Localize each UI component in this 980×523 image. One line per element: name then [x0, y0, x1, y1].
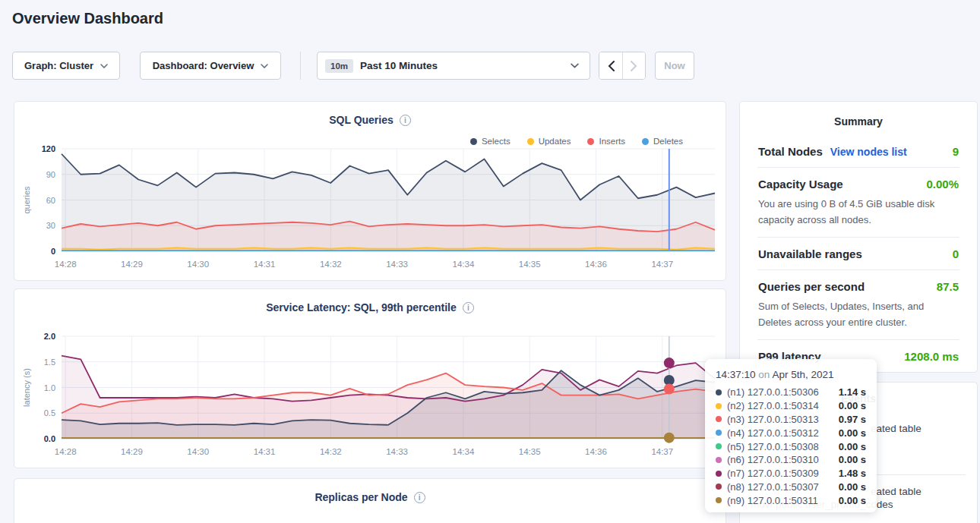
summary-panel: Summary Total Nodes View nodes list 9 Ca…	[739, 101, 978, 373]
time-range-label: Past 10 Minutes	[360, 60, 438, 71]
svg-text:14:33: 14:33	[386, 260, 408, 269]
svg-text:14:32: 14:32	[320, 447, 342, 456]
time-range-picker[interactable]: 10m Past 10 Minutes	[317, 52, 590, 80]
service-latency-card: Service Latency: SQL, 99th percentile i …	[14, 288, 726, 468]
capacity-usage-value: 0.00%	[926, 178, 959, 191]
tooltip-timestamp: 14:37:10 on Apr 5th, 2021	[716, 369, 866, 380]
tooltip-row: (n3) 127.0.0.1:503130.97 s	[716, 413, 866, 427]
p99-latency-value: 1208.0 ms	[904, 350, 959, 363]
svg-text:90: 90	[46, 170, 55, 179]
replicas-per-node-title: Replicas per Node	[315, 491, 407, 503]
tooltip-node-value: 1.14 s	[839, 386, 866, 398]
chevron-down-icon	[261, 64, 268, 68]
tooltip-rows: (n1) 127.0.0.1:503061.14 s(n2) 127.0.0.1…	[716, 386, 866, 507]
svg-text:30: 30	[46, 221, 55, 230]
tooltip-node-value: 1.48 s	[839, 468, 866, 479]
sql-queries-card: SQL Queries i SelectsUpdatesInsertsDelet…	[14, 101, 726, 281]
svg-text:14:33: 14:33	[386, 447, 408, 456]
svg-text:14:28: 14:28	[55, 447, 77, 456]
svg-text:120: 120	[42, 144, 55, 153]
unavailable-ranges-label: Unavailable ranges	[758, 247, 862, 260]
node-color-dot	[716, 443, 722, 449]
tooltip-node-label: (n2) 127.0.0.1:50314	[727, 400, 833, 411]
dashboard-dropdown[interactable]: Dashboard: Overview	[140, 52, 281, 80]
chart-title: Service Latency: SQL, 99th percentile i	[14, 301, 726, 313]
view-nodes-list-link[interactable]: View nodes list	[830, 146, 907, 158]
queries-per-second-label: Queries per second	[758, 280, 865, 293]
info-icon[interactable]: i	[400, 115, 411, 126]
svg-text:1.0: 1.0	[44, 383, 55, 392]
sql-queries-chart[interactable]: 030609012014:2814:2914:3014:3114:3214:33…	[21, 141, 721, 276]
svg-text:14:37: 14:37	[651, 447, 673, 456]
chart-title: Replicas per Node i	[14, 491, 726, 503]
svg-text:0.0: 0.0	[44, 434, 55, 443]
tooltip-row: (n8) 127.0.0.1:503070.00 s	[716, 480, 866, 494]
queries-per-second-value: 87.5	[937, 280, 959, 293]
tooltip-row: (n7) 127.0.0.1:503091.48 s	[716, 467, 866, 480]
svg-text:0.5: 0.5	[44, 408, 55, 417]
svg-text:14:32: 14:32	[320, 260, 342, 269]
tooltip-node-label: (n3) 127.0.0.1:50313	[727, 414, 833, 425]
chart-title: SQL Queries i	[14, 114, 726, 126]
node-color-dot	[716, 457, 722, 463]
time-range-badge: 10m	[325, 59, 353, 73]
capacity-usage-label: Capacity Usage	[758, 178, 843, 191]
capacity-usage-description: You are using 0 B of 4.5 GiB usable disk…	[758, 196, 959, 228]
svg-text:14:36: 14:36	[585, 260, 607, 269]
graph-dropdown[interactable]: Graph: Cluster	[12, 52, 120, 80]
replicas-per-node-card: Replicas per Node i	[14, 478, 726, 523]
unavailable-ranges-value: 0	[953, 247, 959, 260]
tooltip-row: (n1) 127.0.0.1:503061.14 s	[716, 386, 866, 399]
tooltip-node-label: (n8) 127.0.0.1:50307	[727, 481, 833, 493]
svg-text:14:30: 14:30	[187, 260, 209, 269]
summary-row-capacity: Capacity Usage 0.00% You are using 0 B o…	[740, 168, 977, 237]
info-icon[interactable]: i	[414, 492, 425, 503]
total-nodes-value: 9	[953, 145, 959, 158]
summary-row-unavailable-ranges: Unavailable ranges 0	[740, 238, 977, 269]
tooltip-row: (n5) 127.0.0.1:503080.00 s	[716, 440, 866, 453]
svg-text:14:30: 14:30	[187, 447, 209, 456]
svg-text:14:29: 14:29	[121, 260, 143, 269]
summary-row-total-nodes: Total Nodes View nodes list 9	[740, 135, 977, 167]
prev-button[interactable]	[599, 52, 622, 79]
tooltip-node-value: 0.00 s	[839, 441, 866, 452]
event-fragment: eated table	[871, 423, 922, 434]
svg-text:14:31: 14:31	[254, 447, 276, 456]
tooltip-row: (n4) 127.0.0.1:503120.00 s	[716, 426, 866, 440]
tooltip-node-value: 0.00 s	[839, 454, 866, 465]
total-nodes-label: Total Nodes	[758, 145, 823, 158]
controls-divider	[300, 52, 301, 80]
svg-text:0: 0	[51, 247, 55, 256]
svg-text:14:35: 14:35	[519, 447, 541, 456]
node-color-dot	[716, 497, 722, 503]
chevron-down-icon	[100, 64, 108, 68]
overview-dashboard-page: Overview Dashboard Graph: Cluster Dashbo…	[0, 0, 980, 523]
node-color-dot	[716, 389, 722, 395]
dashboard-dropdown-label: Dashboard: Overview	[153, 60, 254, 71]
svg-text:14:34: 14:34	[453, 447, 475, 456]
sql-queries-title: SQL Queries	[329, 114, 394, 126]
tooltip-row: (n2) 127.0.0.1:503140.00 s	[716, 399, 866, 413]
info-icon[interactable]: i	[463, 302, 474, 313]
svg-text:60: 60	[46, 196, 55, 205]
chevron-down-icon	[571, 63, 579, 68]
svg-text:14:35: 14:35	[519, 260, 541, 269]
tooltip-node-value: 0.97 s	[839, 414, 866, 425]
chevron-left-icon	[608, 61, 615, 71]
time-nav-group	[599, 52, 646, 80]
now-button: Now	[655, 52, 694, 80]
node-color-dot	[716, 430, 722, 436]
tooltip-node-label: (n7) 127.0.0.1:50309	[727, 468, 833, 479]
tooltip-node-value: 0.00 s	[839, 481, 866, 493]
node-color-dot	[716, 403, 722, 409]
graph-dropdown-label: Graph: Cluster	[24, 60, 93, 71]
page-title: Overview Dashboard	[12, 10, 163, 27]
tooltip-node-label: (n9) 127.0.0.1:50311	[727, 495, 833, 506]
chart-hover-tooltip: 14:37:10 on Apr 5th, 2021 (n1) 127.0.0.1…	[705, 359, 877, 512]
svg-text:latency (s): latency (s)	[22, 368, 31, 407]
node-color-dot	[716, 471, 722, 477]
tooltip-on-word: on	[758, 369, 770, 380]
tooltip-node-value: 0.00 s	[839, 400, 866, 411]
svg-text:queries: queries	[22, 186, 31, 214]
service-latency-chart[interactable]: 0.00.51.01.52.014:2814:2914:3014:3114:32…	[21, 329, 721, 464]
